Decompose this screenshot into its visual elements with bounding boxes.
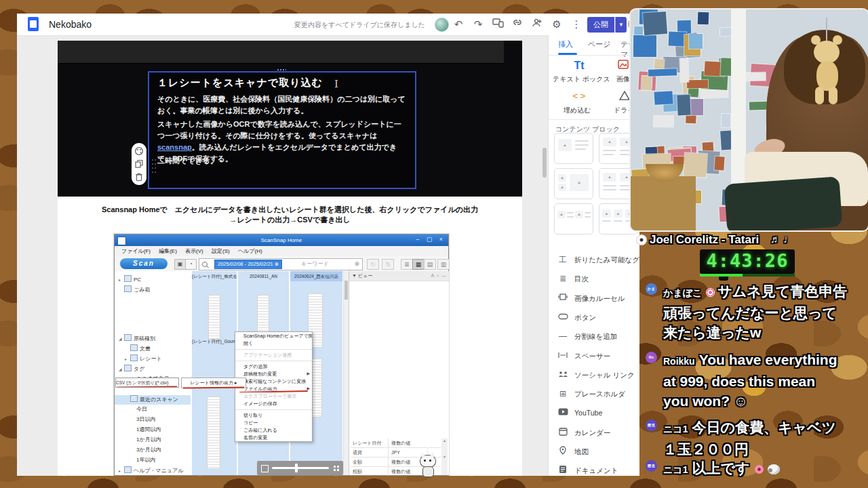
chat-message-text: 以上です — [692, 460, 749, 476]
caption-line-1: Scansnap Homeで エクセルにデータを書き出したいレシート群を選択した… — [58, 205, 522, 215]
grid-dots-icon[interactable] — [333, 465, 339, 471]
text-line-stub — [614, 220, 623, 222]
copy-link-icon[interactable] — [511, 18, 524, 31]
tab-insert[interactable]: 挿入 — [558, 39, 573, 49]
sidebar-item-docs[interactable]: ドキュメント — [555, 465, 638, 476]
text-line-stub — [575, 148, 586, 150]
sort-icon: ⇅ — [382, 259, 394, 270]
menu-file: ファイル(F) — [121, 246, 151, 256]
scansnap-link[interactable]: scansnap — [157, 143, 192, 151]
sidebar-item-youtube[interactable]: YouTube — [555, 407, 638, 420]
sidebar-item-map[interactable]: 地図 — [555, 446, 638, 458]
chat-username: Roikku — [663, 356, 695, 367]
content-block-tile[interactable]: ▲ — [554, 133, 593, 164]
embed-label[interactable]: 埋め込む — [564, 106, 591, 115]
sidebar-item-collapse[interactable]: 工折りたたみ可能なグループ — [555, 254, 638, 266]
scansnap-folder-tree: ▸PCごみ箱◢原稿種別文書▸レシート◢タグここまで食品最近のスキャン今日3日以内… — [115, 271, 191, 475]
collage-photo — [643, 12, 668, 35]
sidebar-item-toc[interactable]: ≣目次 — [555, 273, 638, 285]
embed-icon[interactable]: < > — [566, 91, 593, 101]
palette-icon[interactable] — [134, 146, 144, 156]
chat-message-body: かまぼこサムネ見て青色申告 頑張ってんだなーと思って 来たら違ったw — [663, 281, 867, 342]
sidebar-item-button[interactable]: ボタン — [555, 312, 638, 324]
dark-cushion — [724, 176, 843, 232]
refresh-icon: ↻ — [367, 259, 379, 270]
seek-thumb[interactable] — [295, 464, 298, 472]
chat-avatar: Ro — [646, 352, 657, 363]
text-box-icon[interactable]: Tt — [566, 60, 593, 72]
publish-dropdown-caret[interactable]: ▼ — [615, 17, 627, 33]
chat-message-text: 今日の食費、キャベツ １玉２００円 — [663, 420, 836, 457]
thumbnail-placeholder-icon: ▲ — [603, 173, 616, 182]
receipt-column-header: 20240624_西友仙川店 — [290, 272, 342, 281]
calendar-icon — [557, 427, 568, 438]
cloud-view-toggle-icon: ◔ — [185, 259, 197, 270]
chat-username: かまぼこ — [663, 287, 702, 298]
wooden-shelf — [631, 176, 696, 230]
device-preview-icon[interactable] — [491, 18, 505, 31]
sidebar-item-spacer[interactable]: スペーサー — [555, 350, 638, 363]
flower-emote — [755, 465, 764, 474]
sidebar-item-social[interactable]: ソーシャル リンク — [555, 369, 638, 382]
scansnap-window-title: ScanSnap Home — [115, 235, 448, 246]
sidebar-item-label: ボタン — [574, 313, 596, 323]
menu-separator — [235, 407, 312, 410]
view-panel-header: ▼ ビュー A ＋ — — [349, 271, 449, 281]
context-menu-item: タグの追加 — [235, 363, 312, 370]
collage-photo — [684, 152, 707, 177]
divider-icon: — — [557, 331, 568, 342]
collaborator-avatar[interactable] — [435, 18, 449, 32]
tab-pages[interactable]: ページ — [588, 39, 611, 49]
seek-track[interactable] — [272, 467, 329, 469]
more-menu-icon[interactable]: ⋮ — [570, 18, 583, 31]
selected-text-box[interactable]: １レシートをスキャナで取り込む I そのときに、医療費、社会保険料（国民健康保険… — [148, 71, 416, 189]
sidebar-item-divider[interactable]: —分割線を追加 — [555, 331, 638, 343]
menu-separator — [235, 359, 312, 361]
timer-progress-track — [700, 274, 795, 277]
delete-trash-icon[interactable] — [134, 172, 144, 182]
drag-handle-dots[interactable] — [151, 158, 157, 174]
collage-photo — [654, 91, 673, 104]
menu-settings: 設定(S) — [212, 246, 230, 256]
timer-nub — [719, 277, 728, 281]
fullscreen-icon[interactable] — [261, 465, 269, 472]
content-block-tile[interactable]: ▲▲ — [554, 203, 593, 235]
publish-button[interactable]: 公開 — [587, 17, 614, 33]
tree-item: ▸レシート — [115, 354, 201, 364]
text-line-stub — [585, 216, 591, 218]
thumbnail-placeholder-icon: ▲ — [558, 174, 566, 182]
textbox-paragraph-3: 二時間でできる。 — [157, 155, 406, 167]
image-caption[interactable]: Scansnap Homeで エクセルにデータを書き出したいレシート群を選択した… — [58, 205, 522, 226]
narutomaki-emote — [706, 288, 715, 297]
embed-media-controls[interactable] — [257, 461, 343, 475]
settings-gear-icon[interactable]: ⚙ — [550, 18, 564, 31]
csv-format-tooltip: CSV (カンマ区切り)(*.csv) — [115, 378, 179, 388]
chat-avatar: 匿名 — [646, 420, 657, 431]
textbox-handle[interactable] — [277, 68, 286, 71]
collage-photo — [677, 94, 691, 115]
tree-item: ごみ箱 — [115, 285, 195, 295]
collage-photo — [641, 76, 652, 90]
search-clear-icon: ⊗ — [354, 260, 359, 267]
text-line-stub — [602, 220, 611, 222]
scansnap-titlebar: ScanSnap Home – ▢ × — [115, 235, 448, 246]
undo-icon[interactable]: ↶ — [452, 18, 465, 31]
sidebar-item-label: 目次 — [574, 274, 589, 284]
share-add-person-icon[interactable] — [530, 18, 544, 31]
image-label[interactable]: 画像 — [616, 75, 630, 84]
site-title[interactable]: Nekobako — [49, 19, 92, 30]
sidebar-item-placeholder[interactable]: ⊞プレースホルダ — [555, 388, 638, 401]
canvas-scrollbar[interactable] — [542, 148, 547, 178]
content-block-tile[interactable]: ▲▲▲ — [554, 168, 593, 199]
save-status: 変更内容をすべてドライブに保存しました — [275, 20, 425, 30]
scansnap-embed[interactable]: ScanSnap Home – ▢ × ファイル(F) 編集(E) 表示(V) … — [114, 234, 449, 476]
sidebar-item-carousel[interactable]: 画像カルーセル — [555, 293, 638, 305]
redo-icon[interactable]: ↷ — [471, 18, 485, 31]
text-box-label[interactable]: テキスト ボックス — [553, 75, 610, 84]
thumbnail-placeholder-icon: ▲ — [558, 139, 572, 151]
duplicate-icon[interactable] — [134, 159, 144, 169]
sidebar-item-calendar[interactable]: カレンダー — [555, 427, 638, 439]
receipt-output-submenu-item: レシート情報の出力 ▸ — [181, 378, 246, 388]
carousel-icon — [557, 293, 568, 304]
sidebar-item-label: 画像カルーセル — [574, 294, 625, 304]
